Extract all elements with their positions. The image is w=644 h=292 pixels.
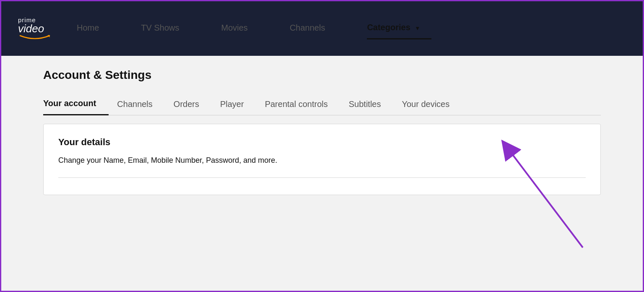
nav-channels[interactable]: Channels [290,19,338,39]
tab-subtitles[interactable]: Subtitles [349,95,394,115]
card-title: Your details [58,137,586,148]
prime-video-logo[interactable]: prime video [18,17,52,41]
main-content: Account & Settings Your account Channels… [1,56,643,208]
nav-home[interactable]: Home [77,19,112,39]
tab-your-devices[interactable]: Your devices [402,95,462,115]
header: prime video Home TV Shows Movies Channel… [1,1,643,56]
smile-icon [18,34,52,41]
tab-player[interactable]: Player [220,95,257,115]
tab-parental-controls[interactable]: Parental controls [265,95,340,115]
video-text: video [18,23,52,34]
tab-orders[interactable]: Orders [174,95,212,115]
main-nav: Home TV Shows Movies Channels Categories… [77,18,440,39]
logo-underline [18,34,52,41]
card-description: Change your Name, Email, Mobile Number, … [58,156,586,165]
settings-tabs: Your account Channels Orders Player Pare… [43,94,601,115]
card-divider [58,177,586,178]
nav-tv-shows[interactable]: TV Shows [141,19,192,39]
tab-your-account[interactable]: Your account [43,94,109,115]
nav-movies[interactable]: Movies [221,19,260,39]
page-title: Account & Settings [43,68,601,82]
your-details-card: Your details Change your Name, Email, Mo… [43,124,601,195]
categories-chevron-icon: ▾ [416,25,419,31]
tab-channels[interactable]: Channels [117,95,165,115]
nav-categories[interactable]: Categories ▾ [367,18,431,39]
